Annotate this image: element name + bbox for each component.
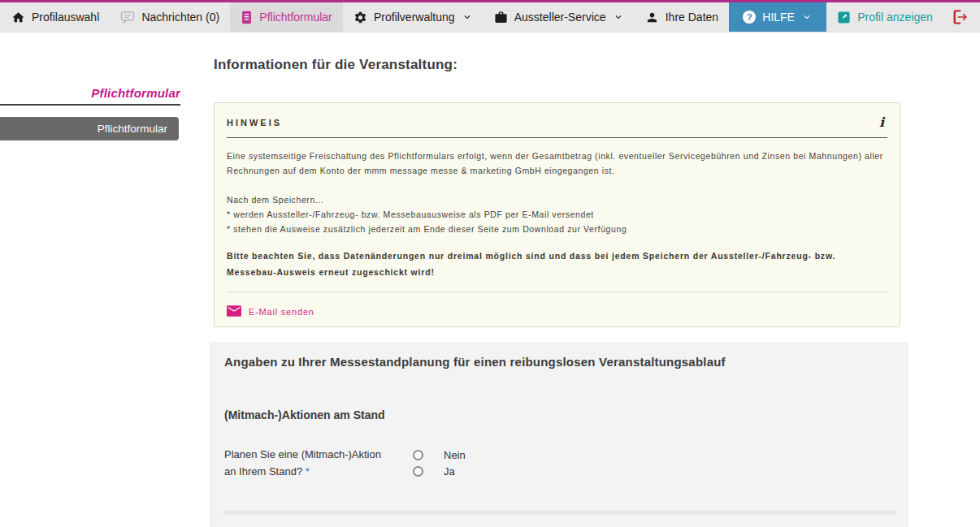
hinweis-header: HINWEIS i (227, 103, 887, 130)
person-icon (645, 11, 659, 24)
help-icon: ? (743, 11, 756, 24)
sidebar: Pflichtformular Pflichtformular (0, 32, 195, 527)
hinweis-line: * werden Aussteller-/Fahrzeug- bzw. Mess… (227, 210, 594, 219)
hinweis-paragraph: Eine systemseitige Freischaltung des Pfl… (227, 149, 887, 178)
nav-label: Profilverwaltung (374, 11, 455, 24)
nav-label: Ihre Daten (666, 11, 718, 24)
email-senden-link[interactable]: E-Mail senden (227, 305, 314, 318)
hinweis-title: HINWEIS (227, 118, 282, 127)
gear-icon (353, 11, 367, 24)
nav-label: Profilauswahl (32, 11, 99, 24)
nav-label: Pflichtformular (259, 11, 332, 24)
nav-item-aussteller-service[interactable]: Aussteller-Service (483, 2, 635, 32)
email-senden-label: E-Mail senden (249, 307, 314, 317)
question-line: Planen Sie eine (Mitmach-)Aktion (224, 448, 381, 460)
logout-button[interactable] (943, 2, 980, 32)
nav-item-profilverwaltung[interactable]: Profilverwaltung (343, 2, 483, 32)
nav-item-pflichtformular[interactable]: Pflichtformular (230, 2, 342, 32)
nav-item-profilauswahl[interactable]: Profilauswahl (0, 2, 110, 32)
info-icon: i (879, 114, 887, 130)
nav-item-profil-anzeigen[interactable]: Profil anzeigen (826, 2, 943, 32)
main-content: Informationen für die Veranstaltung: HIN… (214, 32, 913, 527)
hinweis-footer-divider (227, 292, 887, 292)
radio-option-nein[interactable]: Nein (413, 447, 466, 464)
section-title: Angaben zu Ihrer Messestandplanung für e… (224, 342, 894, 369)
hinweis-header-divider (227, 137, 887, 138)
nav-item-nachrichten[interactable]: Nachrichten (0) (110, 2, 230, 32)
logout-icon (952, 8, 969, 26)
chevron-down-icon (462, 11, 473, 23)
sidebar-divider (0, 104, 180, 106)
nav-label: Nachrichten (0) (141, 11, 219, 24)
radio-button-ja[interactable] (413, 466, 423, 477)
radio-label: Nein (444, 449, 466, 461)
nav-item-ihre-daten[interactable]: Ihre Daten (635, 2, 729, 32)
chevron-down-icon (801, 11, 813, 23)
hinweis-line: Nach dem Speichern... (227, 195, 323, 205)
nav-label: Aussteller-Service (514, 11, 606, 24)
radio-label: Ja (444, 465, 455, 477)
messestandplanung-section: Angaben zu Ihrer Messestandplanung für e… (210, 342, 908, 527)
message-icon (120, 10, 135, 24)
radio-option-ja[interactable]: Ja (413, 464, 466, 481)
mitmach-aktion-question-row: Planen Sie eine (Mitmach-)Aktion an Ihre… (224, 447, 894, 480)
chevron-down-icon (613, 11, 624, 23)
radio-group: Nein Ja (413, 447, 466, 480)
question-line: an Ihrem Stand? (224, 465, 302, 477)
envelope-icon (227, 305, 241, 318)
sidebar-item-pflichtformular[interactable]: Pflichtformular (0, 117, 179, 140)
briefcase-icon (494, 11, 508, 24)
section-bottom-divider (223, 510, 896, 515)
radio-button-nein[interactable] (413, 450, 423, 460)
nav-item-hilfe[interactable]: ? HILFE (729, 2, 826, 32)
hinweis-paragraph: Nach dem Speichern... * werden Ausstelle… (227, 192, 887, 236)
required-marker: * (306, 465, 310, 477)
top-navigation-bar: Profilauswahl Nachrichten (0) Pflichtfor… (0, 0, 980, 32)
question-label: Planen Sie eine (Mitmach-)Aktion an Ihre… (224, 447, 413, 480)
hinweis-important-paragraph: Bitte beachten Sie, dass Datenänderungen… (227, 248, 887, 280)
nav-label: HILFE (762, 11, 795, 24)
document-icon (241, 11, 253, 24)
hinweis-box: HINWEIS i Eine systemseitige Freischaltu… (214, 102, 900, 327)
hinweis-line: * stehen die Ausweise zusätzlich jederze… (227, 224, 627, 234)
preview-icon (837, 11, 851, 24)
sidebar-title: Pflichtformular (0, 86, 180, 100)
nav-label: Profil anzeigen (857, 11, 933, 24)
home-icon (11, 11, 25, 24)
page-title: Informationen für die Veranstaltung: (214, 57, 457, 73)
subsection-title: (Mitmach-)Aktionen am Stand (224, 408, 894, 421)
